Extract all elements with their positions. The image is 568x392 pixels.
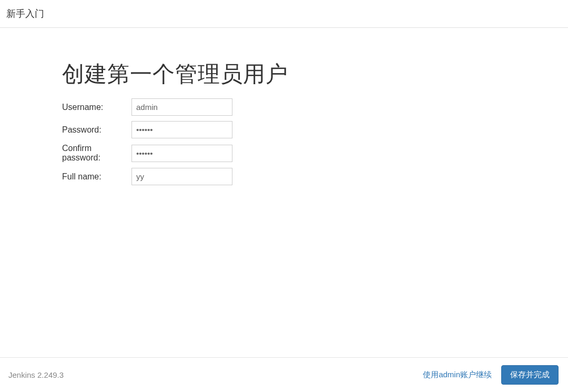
save-and-finish-button[interactable]: 保存并完成 <box>501 365 559 385</box>
page-heading: 创建第一个管理员用户 <box>62 59 568 89</box>
confirm-password-row: Confirm password: <box>62 144 568 163</box>
footer-actions: 使用admin账户继续 保存并完成 <box>423 365 559 385</box>
confirm-password-input[interactable] <box>131 145 232 162</box>
username-label: Username: <box>62 103 131 112</box>
fullname-label: Full name: <box>62 172 131 182</box>
password-input[interactable] <box>131 121 232 138</box>
page-footer: Jenkins 2.249.3 使用admin账户继续 保存并完成 <box>0 357 568 392</box>
header-title: 新手入门 <box>6 8 44 19</box>
main-content: 创建第一个管理员用户 Username: Password: Confirm p… <box>0 28 568 357</box>
confirm-password-label: Confirm password: <box>62 144 131 163</box>
password-row: Password: <box>62 121 568 138</box>
fullname-row: Full name: <box>62 168 568 185</box>
page-header: 新手入门 <box>0 0 568 28</box>
username-row: Username: <box>62 98 568 116</box>
version-text: Jenkins 2.249.3 <box>8 370 64 379</box>
fullname-input[interactable] <box>131 168 232 185</box>
password-label: Password: <box>62 125 131 135</box>
continue-as-admin-link[interactable]: 使用admin账户继续 <box>423 370 492 380</box>
username-input[interactable] <box>131 98 232 116</box>
